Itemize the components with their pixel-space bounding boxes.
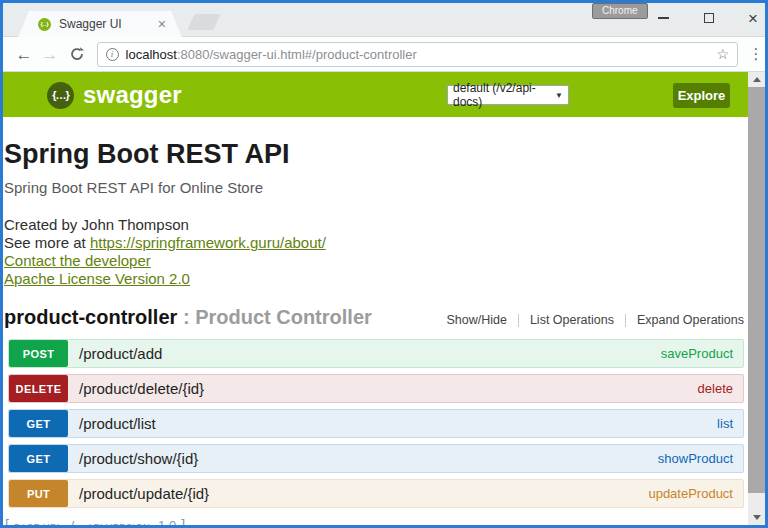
http-method-badge[interactable]: GET [9, 410, 68, 437]
controller-separator: : [177, 306, 195, 329]
controller-name-link[interactable]: product-controller [4, 306, 177, 329]
swagger-favicon-icon: {..} [38, 18, 51, 31]
operation-nickname-link[interactable]: updateProduct [648, 480, 733, 507]
api-version-value: 1.0 [158, 518, 176, 528]
api-definition-select[interactable]: default (/v2/api-docs) ▼ [447, 85, 569, 105]
swagger-logo[interactable]: {…} swagger [47, 81, 182, 109]
divider [518, 314, 519, 327]
list-operations-link[interactable]: List Operations [530, 313, 614, 327]
browser-window: {..} Swagger UI × Chrome × ← → i localho… [0, 0, 768, 528]
controller-label: Product Controller [195, 306, 372, 329]
controller-heading: product-controller : Product Controller … [4, 306, 744, 329]
operation-nickname-link[interactable]: showProduct [658, 445, 733, 472]
url-host: localhost [126, 47, 177, 62]
browser-menu-icon[interactable]: ⋮ [747, 45, 765, 63]
operation-row-delete[interactable]: DELETE /product/delete/{id} delete [8, 374, 744, 403]
divider [625, 314, 626, 327]
contact-developer-link[interactable]: Contact the developer [4, 252, 151, 269]
base-url-value: / [70, 518, 74, 528]
license-link[interactable]: Apache License Version 2.0 [4, 270, 190, 287]
base-url-label: BASE URL: [14, 522, 66, 528]
back-icon[interactable]: ← [13, 46, 35, 63]
api-select-value: default (/v2/api-docs) [453, 81, 555, 109]
browser-toolbar: ← → i localhost :8080/swagger-ui.html#/p… [3, 37, 765, 72]
operation-path-link[interactable]: /product/delete/{id} [79, 375, 204, 402]
footer-separator: , [79, 522, 82, 528]
http-method-badge[interactable]: PUT [9, 480, 68, 507]
operation-nickname-link[interactable]: saveProduct [661, 340, 733, 367]
maximize-button[interactable] [693, 7, 725, 29]
minimize-button[interactable] [647, 7, 679, 29]
address-bar[interactable]: i localhost :8080/swagger-ui.html#/produ… [97, 42, 738, 67]
page-content: Spring Boot REST API Spring Boot REST AP… [4, 117, 744, 528]
api-version-label: API VERSION: [87, 522, 153, 528]
operation-path-link[interactable]: /product/update/{id} [79, 480, 209, 507]
url-path: :8080/swagger-ui.html#/product-controlle… [177, 47, 417, 62]
page-scrollbar[interactable] [748, 72, 765, 525]
close-button[interactable]: × [737, 7, 768, 29]
operation-path-link[interactable]: /product/list [79, 410, 156, 437]
explore-button[interactable]: Explore [673, 83, 730, 108]
bookmark-star-icon[interactable]: ☆ [717, 46, 730, 62]
api-info-block: Created by John Thompson See more at htt… [4, 216, 744, 288]
forward-icon: → [39, 46, 61, 63]
operations-list: POST /product/add saveProduct DELETE /pr… [4, 339, 744, 508]
controller-actions: Show/Hide List Operations Expand Operati… [446, 313, 744, 327]
reload-icon[interactable] [65, 46, 89, 62]
operation-row-show-product[interactable]: GET /product/show/{id} showProduct [8, 444, 744, 473]
api-title: Spring Boot REST API [4, 139, 744, 170]
browser-tab[interactable]: {..} Swagger UI × [18, 11, 182, 37]
new-tab-button[interactable] [187, 14, 220, 30]
swagger-header: {…} swagger default (/v2/api-docs) ▼ Exp… [3, 72, 765, 117]
api-base-url-footer: [ BASE URL: / , API VERSION: 1.0 ] [5, 517, 744, 528]
tab-close-icon[interactable]: × [158, 17, 166, 31]
operation-nickname-link[interactable]: list [717, 410, 733, 437]
see-more-prefix: See more at [4, 234, 90, 251]
expand-operations-link[interactable]: Expand Operations [637, 313, 744, 327]
page-info-icon[interactable]: i [106, 48, 119, 61]
operation-path-link[interactable]: /product/show/{id} [79, 445, 198, 472]
see-more-line: See more at https://springframework.guru… [4, 234, 744, 252]
http-method-badge[interactable]: POST [9, 340, 68, 367]
operation-row-save-product[interactable]: POST /product/add saveProduct [8, 339, 744, 368]
footer-bracket: [ [5, 517, 9, 528]
see-more-link[interactable]: https://springframework.guru/about/ [90, 234, 326, 251]
operation-row-update-product[interactable]: PUT /product/update/{id} updateProduct [8, 479, 744, 508]
operation-row-list[interactable]: GET /product/list list [8, 409, 744, 438]
http-method-badge[interactable]: DELETE [9, 375, 68, 402]
swagger-logo-icon: {…} [47, 82, 74, 109]
show-hide-link[interactable]: Show/Hide [446, 313, 506, 327]
scroll-up-icon[interactable] [748, 72, 765, 87]
title-bar: {..} Swagger UI × Chrome × [3, 3, 765, 37]
http-method-badge[interactable]: GET [9, 445, 68, 472]
created-by-text: Created by John Thompson [4, 216, 744, 234]
scroll-down-icon[interactable] [748, 510, 765, 525]
operation-path-link[interactable]: /product/add [79, 340, 162, 367]
swagger-logo-text: swagger [83, 81, 182, 109]
footer-bracket: ] [181, 517, 185, 528]
api-description: Spring Boot REST API for Online Store [4, 179, 744, 196]
chevron-down-icon: ▼ [555, 91, 563, 100]
tab-title: Swagger UI [59, 17, 158, 31]
operation-nickname-link[interactable]: delete [698, 375, 733, 402]
chrome-overlay-badge: Chrome [592, 3, 648, 19]
scrollbar-thumb[interactable] [748, 87, 765, 493]
